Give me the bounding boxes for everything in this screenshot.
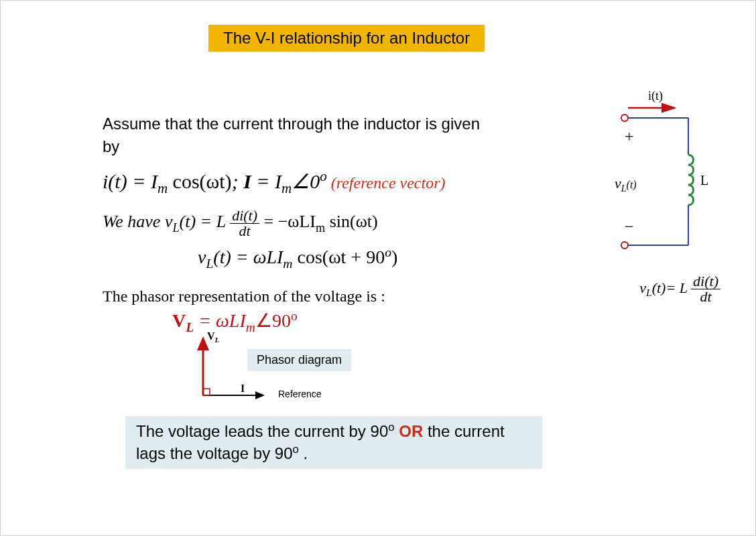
- circuit-plus: +: [625, 127, 634, 145]
- axis-vl-sub: L: [214, 336, 220, 344]
- fraction-di-dt: di(t) dt: [230, 208, 259, 239]
- eq-eq: = I: [251, 170, 281, 192]
- equation-current: i(t) = Im cos(ωt); I = Im∠0o (reference …: [103, 168, 446, 197]
- ceq-frac: di(t)dt: [691, 274, 720, 304]
- slide-title: The V-I relationship for an Inductor: [208, 25, 485, 52]
- eq3-L: L: [206, 257, 213, 271]
- slide: The V-I relationship for an Inductor Ass…: [0, 0, 756, 536]
- equation-vl-derivative: We have vL(t) = L di(t) dt = −ωLIm sin(ω…: [103, 208, 378, 239]
- inductor-circuit-diagram: i(t) L + − vL(t): [588, 88, 715, 262]
- eq2-lead: We have v: [103, 212, 172, 231]
- ceq-t: (t)= L: [652, 279, 691, 296]
- eq-deg: o: [320, 168, 327, 184]
- concl-deg1: o: [388, 421, 394, 433]
- eq2-t: (t) = L: [180, 212, 226, 231]
- peq-deg: o: [291, 309, 298, 323]
- eq-sub-m: m: [158, 180, 168, 196]
- circuit-equation: vL(t)= L di(t)dt: [639, 274, 720, 304]
- svg-text:vL(t): vL(t): [615, 175, 637, 194]
- equation-vl-cos: vL(t) = ωLIm cos(ωt + 90o): [198, 245, 397, 271]
- eq-it: i(t) = I: [103, 170, 158, 192]
- eq-coswt: cos(ωt): [168, 170, 232, 192]
- eq3-v: v: [198, 247, 206, 267]
- eq-phasor-I: I: [243, 170, 251, 192]
- eq3-m: m: [283, 257, 292, 271]
- eq3-cos: cos(ωt + 90: [293, 247, 385, 267]
- circuit-minus: −: [625, 218, 634, 235]
- svg-text:VL: VL: [207, 332, 220, 344]
- frac-num: di(t): [230, 208, 259, 224]
- phasor-intro-text: The phasor representation of the voltage…: [103, 287, 385, 306]
- ceq-num: di(t): [691, 274, 720, 289]
- circuit-vl-t: (t): [627, 179, 637, 191]
- eq3-deg: o: [385, 245, 391, 259]
- eq3-close: ): [391, 247, 397, 267]
- intro-line-1: Assume that the current through the indu…: [103, 115, 480, 133]
- svg-point-6: [621, 242, 628, 249]
- frac-den: dt: [230, 224, 259, 239]
- circuit-vl-sub: L: [621, 184, 627, 194]
- concl-a: The voltage leads the current by 90: [136, 422, 388, 440]
- circuit-vl: v: [615, 175, 621, 192]
- ceq-L: L: [646, 287, 652, 298]
- concl-or: OR: [399, 422, 423, 440]
- peq-angle: ∠90: [255, 310, 291, 331]
- eq2-m: m: [316, 221, 325, 234]
- eq2-rest: = −ωLI: [259, 212, 316, 231]
- intro-line-2: by: [103, 137, 119, 156]
- ceq-den: dt: [691, 289, 720, 304]
- axis-vl: V: [207, 332, 215, 342]
- eq2-sub-L: L: [172, 221, 179, 234]
- eq-sub-m2: m: [281, 180, 292, 196]
- concl-deg2: o: [293, 443, 299, 456]
- eq-semi: ;: [232, 170, 244, 192]
- eq2-sin: sin(ωt): [325, 212, 378, 231]
- circuit-current-label: i(t): [648, 89, 663, 103]
- eq-angle: ∠0: [292, 170, 320, 192]
- circuit-L-label: L: [700, 173, 708, 188]
- reference-vector-note: (reference vector): [327, 174, 446, 192]
- peq-V: V: [172, 310, 186, 331]
- phasor-diagram-label: Phasor diagram: [247, 349, 351, 371]
- peq-eq: = ωLI: [194, 310, 246, 331]
- svg-point-5: [621, 115, 628, 121]
- axis-i: I: [241, 383, 245, 394]
- conclusion-box: The voltage leads the current by 90o OR …: [125, 416, 542, 469]
- ceq-v: v: [639, 279, 646, 296]
- eq3-t: (t) = ωLI: [213, 247, 283, 267]
- concl-d: .: [299, 444, 308, 462]
- reference-label: Reference: [278, 389, 322, 399]
